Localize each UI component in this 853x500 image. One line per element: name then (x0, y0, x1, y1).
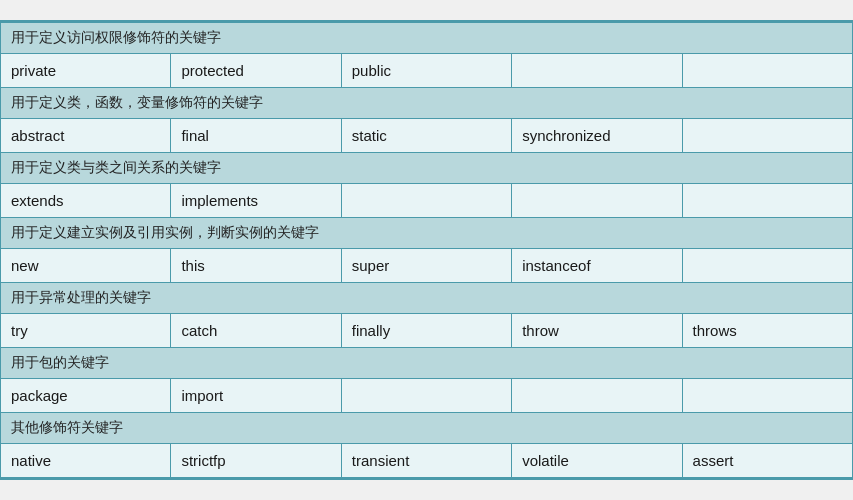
cell-s5-r0-c4 (682, 379, 852, 413)
cell-s6-r0-c2: transient (341, 444, 511, 478)
cell-s1-r0-c1: final (171, 119, 341, 153)
cell-s2-r0-c1: implements (171, 184, 341, 218)
cell-s6-r0-c4: assert (682, 444, 852, 478)
cell-s2-r0-c2 (341, 184, 511, 218)
cell-s1-r0-c0: abstract (1, 119, 171, 153)
keywords-table: 用于定义访问权限修饰符的关键字privateprotectedpublic用于定… (0, 22, 853, 478)
section-header-5: 用于包的关键字 (1, 348, 853, 379)
section-header-4: 用于异常处理的关键字 (1, 283, 853, 314)
cell-s0-r0-c0: private (1, 54, 171, 88)
cell-s0-r0-c2: public (341, 54, 511, 88)
cell-s3-r0-c1: this (171, 249, 341, 283)
cell-s4-r0-c0: try (1, 314, 171, 348)
cell-s4-r0-c3: throw (512, 314, 682, 348)
cell-s4-r0-c1: catch (171, 314, 341, 348)
table-row: trycatchfinallythrowthrows (1, 314, 853, 348)
table-row: nativestrictfptransientvolatileassert (1, 444, 853, 478)
cell-s1-r0-c2: static (341, 119, 511, 153)
cell-s6-r0-c0: native (1, 444, 171, 478)
table-row: extendsimplements (1, 184, 853, 218)
cell-s5-r0-c1: import (171, 379, 341, 413)
table-row: privateprotectedpublic (1, 54, 853, 88)
cell-s3-r0-c4 (682, 249, 852, 283)
table-row: newthissuperinstanceof (1, 249, 853, 283)
cell-s1-r0-c3: synchronized (512, 119, 682, 153)
section-header-1: 用于定义类，函数，变量修饰符的关键字 (1, 88, 853, 119)
cell-s3-r0-c3: instanceof (512, 249, 682, 283)
cell-s4-r0-c2: finally (341, 314, 511, 348)
section-header-2: 用于定义类与类之间关系的关键字 (1, 153, 853, 184)
cell-s0-r0-c1: protected (171, 54, 341, 88)
cell-s3-r0-c0: new (1, 249, 171, 283)
cell-s1-r0-c4 (682, 119, 852, 153)
cell-s2-r0-c4 (682, 184, 852, 218)
cell-s2-r0-c3 (512, 184, 682, 218)
cell-s0-r0-c4 (682, 54, 852, 88)
cell-s3-r0-c2: super (341, 249, 511, 283)
cell-s5-r0-c2 (341, 379, 511, 413)
table-row: abstractfinalstaticsynchronized (1, 119, 853, 153)
main-table-container: 用于定义访问权限修饰符的关键字privateprotectedpublic用于定… (0, 20, 853, 480)
cell-s0-r0-c3 (512, 54, 682, 88)
cell-s6-r0-c1: strictfp (171, 444, 341, 478)
section-header-3: 用于定义建立实例及引用实例，判断实例的关键字 (1, 218, 853, 249)
cell-s4-r0-c4: throws (682, 314, 852, 348)
cell-s5-r0-c0: package (1, 379, 171, 413)
table-row: packageimport (1, 379, 853, 413)
cell-s6-r0-c3: volatile (512, 444, 682, 478)
cell-s2-r0-c0: extends (1, 184, 171, 218)
section-header-6: 其他修饰符关键字 (1, 413, 853, 444)
section-header-0: 用于定义访问权限修饰符的关键字 (1, 23, 853, 54)
cell-s5-r0-c3 (512, 379, 682, 413)
